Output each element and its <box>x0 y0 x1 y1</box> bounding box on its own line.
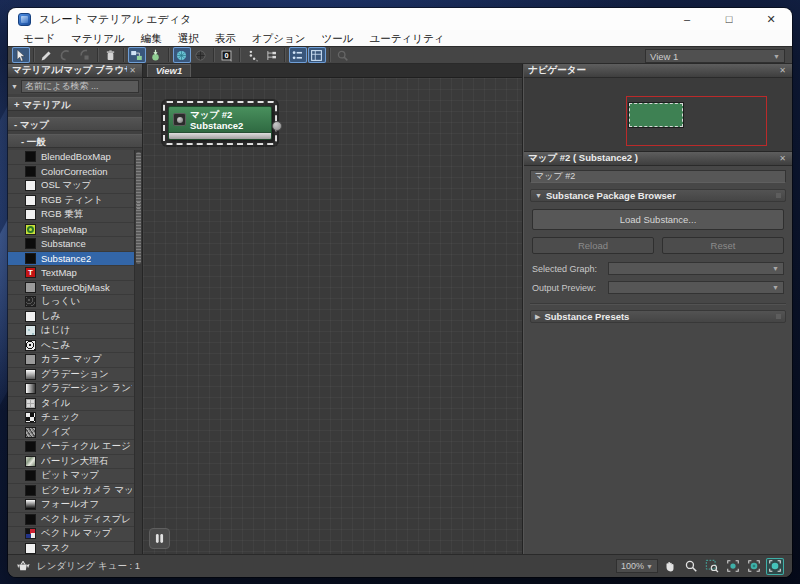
reload-button[interactable]: Reload <box>532 237 654 254</box>
browser-panel-header[interactable]: マテリアル/マップ ブラウザ ✕ <box>8 64 142 78</box>
list-item[interactable]: カラー マップ <box>8 353 142 368</box>
map-swatch-icon <box>25 427 36 438</box>
close-icon[interactable]: ✕ <box>127 66 138 75</box>
navigator-canvas[interactable] <box>524 78 792 152</box>
layout-all-icon[interactable] <box>263 47 281 63</box>
menu-item[interactable]: マテリアル <box>64 30 132 46</box>
zoom-icon[interactable] <box>682 558 700 575</box>
list-item[interactable]: RGB ティント <box>8 194 142 209</box>
titlebar[interactable]: スレート マテリアル エディタ – □ ✕ <box>8 8 792 30</box>
map-name-label: フォールオフ <box>41 498 99 511</box>
node-header[interactable]: マップ #2 Substance2 <box>169 107 271 132</box>
pan-walk-button[interactable] <box>149 528 170 549</box>
list-item[interactable]: TTextMap <box>8 266 142 281</box>
list-item[interactable]: ColorCorrection <box>8 165 142 180</box>
show-background-icon[interactable] <box>173 47 191 63</box>
material-id-channel-list-icon[interactable] <box>289 47 307 63</box>
maximize-button[interactable]: □ <box>708 8 750 30</box>
menu-item[interactable]: 編集 <box>134 30 169 46</box>
list-item[interactable]: はじけ <box>8 324 142 339</box>
pan-hand-icon[interactable] <box>661 558 679 575</box>
menu-item[interactable]: モード <box>16 30 62 46</box>
delete-selected-icon[interactable] <box>102 47 120 63</box>
list-item[interactable]: タイル <box>8 397 142 412</box>
list-item[interactable]: Substance2 <box>8 252 142 267</box>
list-item[interactable]: ノイズ <box>8 426 142 441</box>
list-item[interactable]: ビットマップ <box>8 469 142 484</box>
render-queue-status: レンダリング キュー : 1 <box>37 560 140 573</box>
search-input[interactable]: 名前による検索 ... <box>21 80 139 93</box>
menu-item[interactable]: 選択 <box>171 30 206 46</box>
menu-item[interactable]: ツール <box>314 30 360 46</box>
app-icon <box>18 13 31 26</box>
list-item[interactable]: へこみ <box>8 339 142 354</box>
load-substance-button[interactable]: Load Substance... <box>532 209 784 230</box>
list-item[interactable]: ShapeMap <box>8 223 142 238</box>
pick-material-from-selection-icon[interactable] <box>76 47 94 63</box>
view-tabstrip: View1 <box>143 64 522 78</box>
list-item[interactable]: ピクセル カメラ マップ <box>8 484 142 499</box>
tree-group-maps[interactable]: - マップ <box>8 117 142 131</box>
list-item[interactable]: ベクトル マップ <box>8 527 142 542</box>
zoom-extents-selected-icon[interactable] <box>766 558 784 575</box>
list-item[interactable]: グラデーション <box>8 368 142 383</box>
zoom-extents-icon[interactable] <box>724 558 742 575</box>
rollout-substance-presets[interactable]: ▶ Substance Presets <box>530 310 786 323</box>
pencil-icon[interactable] <box>38 47 56 63</box>
list-item[interactable]: フォールオフ <box>8 498 142 513</box>
list-scrollbar[interactable] <box>134 150 142 554</box>
list-item[interactable]: グラデーション ランプ <box>8 382 142 397</box>
list-item[interactable]: OSL マップ <box>8 179 142 194</box>
navigator-panel-header[interactable]: ナビゲーター ✕ <box>524 64 792 78</box>
list-item[interactable]: マスク <box>8 542 142 555</box>
close-icon[interactable]: ✕ <box>777 66 788 75</box>
node-preview-icon[interactable] <box>173 113 186 126</box>
zoom-extents-all-icon[interactable] <box>745 558 763 575</box>
menu-item[interactable]: 表示 <box>208 30 243 46</box>
list-item[interactable]: パーティクル エージ <box>8 440 142 455</box>
list-item[interactable]: Substance <box>8 237 142 252</box>
rollout-pin-icon <box>776 193 781 198</box>
menu-item[interactable]: ユーティリティ <box>362 30 451 46</box>
zoom-region-icon[interactable] <box>703 558 721 575</box>
list-item[interactable]: パーリン大理石 <box>8 455 142 470</box>
show-preview-grid-icon[interactable] <box>308 47 326 63</box>
sample-uv-tiling-icon[interactable]: 0 <box>218 47 236 63</box>
material-name-field[interactable]: マップ #2 <box>530 170 786 183</box>
tab-view1[interactable]: View1 <box>147 64 191 77</box>
close-icon[interactable]: ✕ <box>777 154 788 163</box>
show-shaded-material-in-viewport-icon[interactable] <box>128 47 146 63</box>
list-item[interactable]: しっくい <box>8 295 142 310</box>
tree-group-materials[interactable]: + マテリアル <box>8 97 142 111</box>
menu-item[interactable]: オプション <box>245 30 313 46</box>
selected-graph-dropdown[interactable]: ▼ <box>608 262 784 275</box>
node-output-socket[interactable] <box>272 121 282 131</box>
minimize-button[interactable]: – <box>666 8 708 30</box>
backlight-icon[interactable] <box>192 47 210 63</box>
tree-group-general[interactable]: - 一般 <box>8 134 142 148</box>
map-name-label: OSL マップ <box>41 179 91 192</box>
rollout-substance-package-browser[interactable]: ▼ Substance Package Browser <box>530 189 786 202</box>
list-item[interactable]: BlendedBoxMap <box>8 150 142 165</box>
assign-material-to-selection-icon[interactable] <box>147 47 165 63</box>
zoom-tool-icon[interactable] <box>334 47 352 63</box>
output-preview-dropdown[interactable]: ▼ <box>608 281 784 294</box>
close-button[interactable]: ✕ <box>750 8 792 30</box>
substance2-map-node[interactable]: マップ #2 Substance2 <box>168 106 272 140</box>
pick-material-from-object-icon[interactable] <box>57 47 75 63</box>
map-name-label: ビットマップ <box>41 469 99 482</box>
list-item[interactable]: TextureObjMask <box>8 281 142 296</box>
reset-button[interactable]: Reset <box>662 237 784 254</box>
node-canvas[interactable]: マップ #2 Substance2 <box>143 78 522 554</box>
select-arrow-icon[interactable] <box>12 47 30 63</box>
zoom-level-dropdown[interactable]: 100% ▼ <box>616 559 658 573</box>
parameter-panel-header[interactable]: マップ #2 ( Substance2 ) ✕ <box>524 152 792 166</box>
list-item[interactable]: ベクトル ディスプレイ ... <box>8 513 142 528</box>
list-item[interactable]: しみ <box>8 310 142 325</box>
view-selector-dropdown[interactable]: View 1 ▼ <box>645 49 785 63</box>
list-item[interactable]: RGB 乗算 <box>8 208 142 223</box>
layout-children-icon[interactable] <box>244 47 262 63</box>
search-options-icon[interactable]: ▼ <box>11 83 18 90</box>
scrollbar-thumb[interactable] <box>136 152 141 264</box>
list-item[interactable]: チェック <box>8 411 142 426</box>
